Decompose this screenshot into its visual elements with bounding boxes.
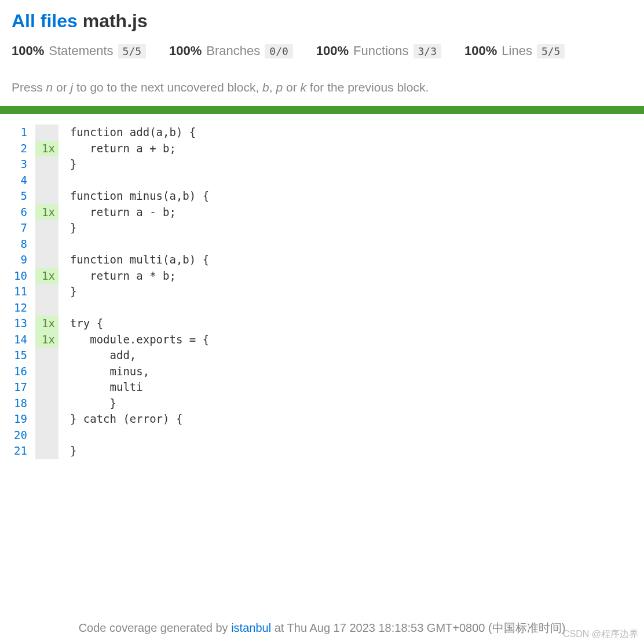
- code-line: }: [70, 220, 209, 236]
- code-line: minus,: [70, 364, 209, 380]
- line-hit-count: 1x: [35, 332, 58, 348]
- line-number[interactable]: 15: [12, 347, 30, 364]
- line-number[interactable]: 3: [12, 156, 30, 173]
- line-number[interactable]: 1: [12, 125, 30, 141]
- code-line: [70, 300, 209, 316]
- code-line: [70, 173, 209, 189]
- line-hit-count: [35, 364, 58, 380]
- watermark: CSDN @程序边界: [563, 628, 638, 641]
- line-number[interactable]: 18: [12, 396, 30, 412]
- line-hit-count: [35, 188, 58, 204]
- stat-lines-pct: 100%: [464, 43, 497, 58]
- line-hit-count: [35, 396, 58, 412]
- code-line: multi: [70, 379, 209, 396]
- breadcrumb-current: math.js: [83, 10, 148, 31]
- code-line: [70, 427, 209, 444]
- code-line: try {: [70, 316, 209, 332]
- line-hit-count: 1x: [35, 316, 58, 332]
- code-line: function add(a,b) {: [70, 125, 209, 141]
- stat-lines-fraction: 5/5: [537, 44, 565, 58]
- code-line: }: [70, 156, 209, 173]
- code-line: }: [70, 396, 209, 412]
- line-hit-count: [35, 347, 58, 364]
- keyboard-hint: Press n or j to go to the next uncovered…: [0, 80, 644, 106]
- code-line: [70, 236, 209, 253]
- code-line: return a + b;: [70, 141, 209, 157]
- line-number[interactable]: 12: [12, 300, 30, 316]
- coverage-bar: [0, 106, 644, 114]
- stat-branches: 100% Branches 0/0: [169, 43, 293, 58]
- stat-lines: 100% Lines 5/5: [464, 43, 565, 58]
- line-number[interactable]: 2: [12, 141, 30, 157]
- line-number[interactable]: 11: [12, 284, 30, 300]
- stat-statements-pct: 100%: [12, 43, 44, 58]
- line-hit-count: [35, 443, 58, 459]
- line-number-gutter: 123456789101112131415161718192021: [12, 125, 35, 459]
- line-number[interactable]: 21: [12, 443, 30, 459]
- code-line: }: [70, 284, 209, 300]
- stat-branches-label: Branches: [206, 43, 260, 58]
- line-hit-count: [35, 173, 58, 189]
- line-number[interactable]: 16: [12, 364, 30, 380]
- stat-functions-fraction: 3/3: [414, 44, 442, 58]
- stat-branches-fraction: 0/0: [265, 44, 293, 58]
- code-line: }: [70, 443, 209, 459]
- code-lines: function add(a,b) { return a + b;} funct…: [58, 125, 209, 459]
- line-number[interactable]: 5: [12, 188, 30, 204]
- code-line: add,: [70, 347, 209, 364]
- code-line: function minus(a,b) {: [70, 188, 209, 204]
- stat-statements-fraction: 5/5: [118, 44, 147, 58]
- breadcrumb-root-link[interactable]: All files: [12, 10, 78, 31]
- line-hit-count: 1x: [35, 141, 58, 157]
- line-hit-count: [35, 156, 58, 173]
- line-hit-count: [35, 252, 58, 268]
- stat-lines-label: Lines: [502, 43, 532, 58]
- line-number[interactable]: 6: [12, 204, 30, 221]
- coverage-stats: 100% Statements 5/5 100% Branches 0/0 10…: [12, 43, 632, 58]
- code-line: function multi(a,b) {: [70, 252, 209, 268]
- breadcrumb: All files math.js: [12, 10, 632, 32]
- code-line: module.exports = {: [70, 332, 209, 348]
- line-number[interactable]: 9: [12, 252, 30, 268]
- line-hit-count: [35, 125, 58, 141]
- istanbul-link[interactable]: istanbul: [231, 621, 271, 634]
- line-number[interactable]: 20: [12, 427, 30, 444]
- line-hit-count: [35, 220, 58, 236]
- line-hit-count: [35, 236, 58, 253]
- line-hit-count: [35, 300, 58, 316]
- line-number[interactable]: 13: [12, 316, 30, 332]
- line-number[interactable]: 10: [12, 268, 30, 284]
- line-number[interactable]: 14: [12, 332, 30, 348]
- hit-count-gutter: 1x1x1x1x1x: [35, 125, 58, 459]
- stat-branches-pct: 100%: [169, 43, 202, 58]
- line-number[interactable]: 7: [12, 220, 30, 236]
- stat-functions: 100% Functions 3/3: [316, 43, 441, 58]
- line-number[interactable]: 4: [12, 173, 30, 189]
- stat-statements: 100% Statements 5/5: [12, 43, 146, 58]
- stat-functions-label: Functions: [353, 43, 408, 58]
- line-hit-count: 1x: [35, 268, 58, 284]
- line-number[interactable]: 8: [12, 236, 30, 253]
- line-number[interactable]: 17: [12, 379, 30, 396]
- stat-statements-label: Statements: [49, 43, 113, 58]
- code-line: } catch (error) {: [70, 411, 209, 427]
- line-hit-count: 1x: [35, 204, 58, 221]
- footer: Code coverage generated by istanbul at T…: [0, 620, 644, 636]
- line-hit-count: [35, 284, 58, 300]
- stat-functions-pct: 100%: [316, 43, 349, 58]
- line-hit-count: [35, 379, 58, 396]
- source-code-view: 123456789101112131415161718192021 1x1x1x…: [0, 114, 644, 459]
- line-hit-count: [35, 411, 58, 427]
- code-line: return a * b;: [70, 268, 209, 284]
- line-number[interactable]: 19: [12, 411, 30, 427]
- line-hit-count: [35, 427, 58, 444]
- code-line: return a - b;: [70, 204, 209, 221]
